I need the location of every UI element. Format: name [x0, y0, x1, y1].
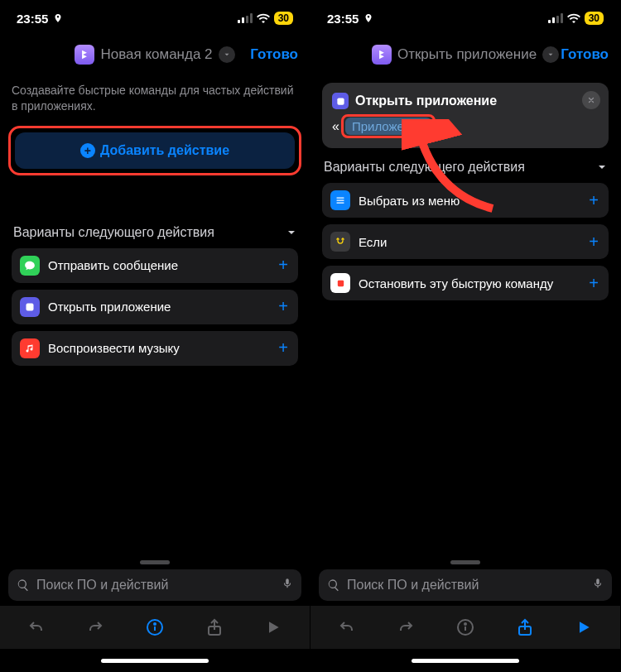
suggestions-title: Варианты следующего действия	[13, 225, 214, 240]
wifi-icon	[567, 13, 580, 23]
header: Открыть приложение Готово	[310, 36, 620, 73]
add-action-button[interactable]: + Добавить действие	[15, 132, 295, 169]
svg-rect-12	[561, 13, 563, 23]
share-button[interactable]	[198, 611, 231, 644]
suggestion-item[interactable]: Выбрать из меню +	[322, 183, 609, 218]
header-title: Открыть приложение	[397, 46, 537, 63]
branch-icon	[330, 232, 350, 252]
info-button[interactable]	[138, 611, 171, 644]
shortcuts-app-icon	[75, 45, 94, 65]
add-action-label: Добавить действие	[100, 143, 229, 158]
chevron-down-icon	[595, 161, 609, 174]
action-card[interactable]: Открыть приложение « Приложение »	[322, 83, 609, 148]
menu-icon	[330, 190, 350, 210]
undo-button[interactable]	[20, 611, 53, 644]
plus-icon[interactable]: +	[278, 297, 288, 316]
battery-badge: 30	[585, 12, 604, 25]
svg-rect-11	[556, 16, 559, 23]
grabber-handle[interactable]	[450, 560, 480, 564]
header-title-group[interactable]: Открыть приложение	[372, 45, 559, 65]
redo-button[interactable]	[389, 611, 422, 644]
play-button[interactable]	[567, 611, 600, 644]
mic-icon[interactable]	[282, 576, 293, 594]
svg-rect-13	[337, 98, 344, 104]
hint-text: Создавайте быстрые команды для частых де…	[12, 83, 298, 114]
battery-badge: 30	[274, 12, 293, 25]
bottom-area: Поиск ПО и действий	[310, 560, 620, 672]
grabber-handle[interactable]	[140, 560, 170, 564]
search-placeholder: Поиск ПО и действий	[347, 578, 585, 593]
plus-icon[interactable]: +	[589, 274, 599, 293]
search-bar[interactable]: Поиск ПО и действий	[319, 569, 612, 601]
search-placeholder: Поиск ПО и действий	[36, 578, 275, 593]
close-icon[interactable]	[582, 91, 600, 109]
suggestion-item[interactable]: Открыть приложение +	[12, 290, 298, 324]
plus-icon[interactable]: +	[278, 256, 288, 275]
suggestion-item[interactable]: Остановить эту быструю команду +	[322, 266, 609, 300]
svg-rect-10	[552, 17, 555, 23]
svg-rect-0	[238, 20, 240, 23]
header-title-group[interactable]: Новая команда 2	[75, 45, 234, 65]
suggestion-label: Выбрать из меню	[359, 194, 580, 208]
home-indicator[interactable]	[310, 649, 620, 672]
quote-close: »	[437, 119, 445, 134]
highlight-token: Приложение	[341, 114, 436, 138]
svg-point-17	[465, 623, 466, 625]
suggestion-label: Отправить сообщение	[48, 258, 270, 272]
app-icon	[332, 93, 349, 109]
chevron-down-icon[interactable]	[542, 46, 559, 63]
undo-button[interactable]	[330, 611, 363, 644]
search-icon	[17, 578, 30, 592]
search-bar[interactable]: Поиск ПО и действий	[8, 569, 301, 601]
search-icon	[327, 578, 340, 592]
svg-rect-3	[250, 13, 253, 23]
location-icon	[363, 13, 373, 23]
toolbar	[310, 606, 620, 649]
home-indicator[interactable]	[0, 649, 310, 672]
suggestions-header[interactable]: Варианты следующего действия	[324, 160, 609, 175]
suggestion-item[interactable]: Если +	[322, 224, 609, 259]
status-time: 23:55	[327, 12, 359, 26]
suggestion-label: Если	[359, 235, 580, 249]
plus-circle-icon: +	[80, 143, 95, 158]
share-button[interactable]	[508, 611, 542, 644]
action-card-title: Открыть приложение	[355, 94, 497, 108]
music-icon	[20, 338, 40, 358]
done-button[interactable]: Готово	[250, 46, 298, 63]
chevron-down-icon	[285, 226, 298, 239]
wifi-icon	[257, 13, 270, 23]
play-button[interactable]	[257, 611, 290, 644]
cellular-icon	[548, 13, 563, 23]
chevron-down-icon[interactable]	[219, 46, 235, 63]
redo-button[interactable]	[79, 611, 112, 644]
svg-rect-9	[548, 20, 551, 23]
suggestions-header[interactable]: Варианты следующего действия	[13, 225, 298, 240]
screen-left: 23:55 30 Новая команда 2 Готово Создавай…	[0, 0, 310, 672]
quote-open: «	[332, 119, 339, 134]
header-title: Новая команда 2	[100, 46, 212, 63]
suggestion-label: Остановить эту быструю команду	[359, 276, 580, 290]
status-time: 23:55	[17, 12, 48, 26]
action-card-body: « Приложение »	[332, 114, 599, 138]
header: Новая команда 2 Готово	[0, 36, 310, 73]
stop-icon	[330, 273, 350, 293]
bottom-area: Поиск ПО и действий	[0, 560, 310, 672]
status-bar: 23:55 30	[0, 0, 310, 36]
cellular-icon	[238, 13, 253, 23]
highlight-add-action: + Добавить действие	[8, 126, 301, 175]
location-icon	[53, 13, 63, 23]
done-button[interactable]: Готово	[561, 46, 609, 63]
suggestions-title: Варианты следующего действия	[324, 160, 525, 175]
suggestion-item[interactable]: Воспроизвести музыку +	[12, 331, 298, 366]
svg-point-7	[154, 623, 156, 625]
toolbar	[0, 606, 310, 649]
status-bar: 23:55 30	[310, 0, 620, 36]
app-parameter-token[interactable]: Приложение	[345, 118, 431, 135]
suggestion-item[interactable]: Отправить сообщение +	[12, 248, 298, 283]
plus-icon[interactable]: +	[589, 191, 599, 210]
mic-icon[interactable]	[592, 576, 604, 594]
plus-icon[interactable]: +	[589, 233, 599, 252]
info-button[interactable]	[449, 611, 482, 644]
shortcuts-app-icon	[372, 45, 392, 65]
plus-icon[interactable]: +	[278, 338, 288, 358]
